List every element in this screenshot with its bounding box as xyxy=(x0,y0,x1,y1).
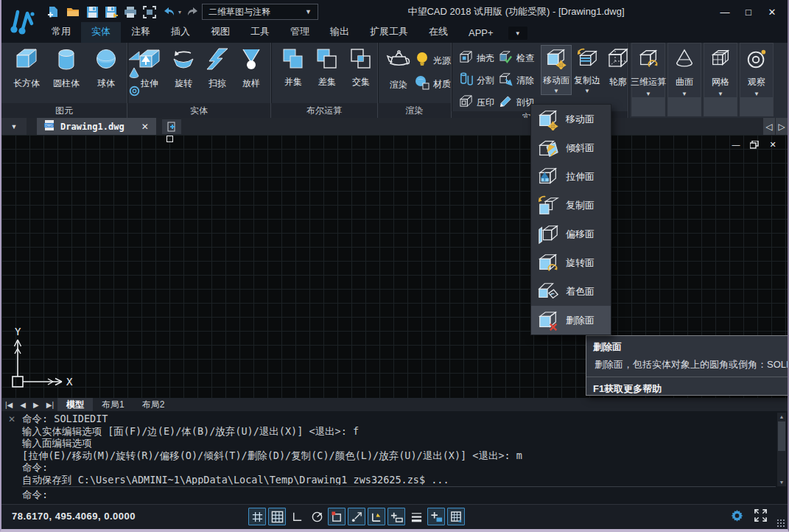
渲染-button[interactable]: 渲染 xyxy=(382,46,415,91)
menu-item-旋转面[interactable]: 旋转面 xyxy=(531,248,611,277)
polar-toggle[interactable] xyxy=(308,508,326,525)
maximize-button[interactable]: □ xyxy=(740,4,757,19)
menu-item-复制面[interactable]: 复制面 xyxy=(531,191,611,220)
redo-icon[interactable] xyxy=(185,4,201,20)
menu-item-偏移面[interactable]: 偏移面 xyxy=(531,220,611,248)
ribbon-tab-实体[interactable]: 实体 xyxy=(81,22,121,43)
menu-item-移动面[interactable]: 移动面 xyxy=(531,105,611,133)
scroll-down-icon[interactable]: ▼ xyxy=(777,478,786,486)
command-input[interactable]: 命令: xyxy=(22,486,776,503)
command-history[interactable]: 命令: SOLIDEDIT 输入实体编辑选项 [面(F)/边(E)/体(B)/放… xyxy=(22,413,776,485)
ribbon-tab-插入[interactable]: 插入 xyxy=(161,22,200,43)
plot-preview-icon[interactable] xyxy=(141,4,158,20)
new-tab-button[interactable] xyxy=(162,119,181,134)
workspace-select[interactable]: 二维草图与注释 ▼ xyxy=(202,4,318,20)
annotation-monitor-toggle[interactable] xyxy=(447,508,465,525)
esnap-toggle[interactable] xyxy=(328,508,346,525)
剖切-button[interactable]: 剖切 xyxy=(499,94,534,111)
复制边-button[interactable]: 复制边▼ xyxy=(572,46,602,94)
print-icon[interactable] xyxy=(122,4,138,20)
menu-item-倾斜面[interactable]: 倾斜面 xyxy=(531,133,611,162)
first-layout-button[interactable]: |◀ xyxy=(1,401,16,409)
ribbon-tab-注释[interactable]: 注释 xyxy=(121,22,161,43)
轮廓-button[interactable]: 轮廓 xyxy=(603,46,633,94)
grid-toggle[interactable] xyxy=(268,508,286,525)
长方体-button[interactable]: 长方体 xyxy=(7,46,46,90)
close-icon[interactable]: ✕ xyxy=(141,122,149,132)
球体-button[interactable]: 球体 xyxy=(87,46,125,90)
minimize-button[interactable]: — xyxy=(717,4,733,19)
zwcad-logo[interactable] xyxy=(1,0,41,43)
prev-layout-button[interactable]: ◀ xyxy=(16,401,29,409)
save-icon[interactable] xyxy=(84,4,100,20)
last-layout-button[interactable]: ▶| xyxy=(43,401,57,409)
chevron-down-icon[interactable]: ▾ xyxy=(178,9,181,15)
open-folder-icon[interactable] xyxy=(65,4,81,20)
ribbon-tab-管理[interactable]: 管理 xyxy=(280,22,320,43)
分割-button[interactable]: 分割 xyxy=(459,72,494,89)
otrack-toggle[interactable] xyxy=(348,508,365,525)
snap-toggle[interactable] xyxy=(248,508,266,525)
圆柱体-button[interactable]: 圆柱体 xyxy=(47,46,85,90)
doc-restore-button[interactable] xyxy=(748,139,760,150)
观察-panel-button[interactable]: 观察▼ xyxy=(740,43,774,116)
ribbon-display-toggle[interactable]: ▼ xyxy=(508,27,527,40)
扫掠-button[interactable]: 扫掠 xyxy=(201,46,234,90)
quick-properties-toggle[interactable] xyxy=(427,508,445,525)
chevron-down-icon[interactable]: ▼ xyxy=(553,88,559,94)
ribbon-tab-常用[interactable]: 常用 xyxy=(41,22,81,43)
tab-scroll-right-button[interactable]: ▷ xyxy=(775,118,788,135)
三维运算-panel-button[interactable]: 三维运算▼ xyxy=(631,43,665,116)
ribbon-tab-APP+[interactable]: APP+ xyxy=(458,24,504,43)
close-button[interactable]: ✕ xyxy=(764,4,780,19)
scroll-up-icon[interactable]: ▲ xyxy=(777,413,786,421)
layout-tab-布局2[interactable]: 布局2 xyxy=(133,398,174,412)
网格-panel-button[interactable]: 网格▼ xyxy=(704,43,737,116)
移动面-button[interactable]: 移动面▼ xyxy=(541,46,571,94)
document-tab[interactable]: DWG Drawing1.dwg ✕ xyxy=(37,118,156,135)
ribbon-tab-在线[interactable]: 在线 xyxy=(418,22,458,43)
layout-tab-模型[interactable]: 模型 xyxy=(57,398,93,412)
chevron-down-icon[interactable]: ▼ xyxy=(584,88,590,94)
差集-button[interactable]: 差集 xyxy=(311,46,343,88)
scroll-thumb[interactable] xyxy=(778,421,785,451)
dyn-input-toggle[interactable] xyxy=(388,508,405,525)
材质-button[interactable]: 材质 xyxy=(415,75,451,93)
ribbon-tab-扩展工具[interactable]: 扩展工具 xyxy=(360,22,418,43)
new-file-icon[interactable] xyxy=(46,4,62,20)
压印-button[interactable]: 压印 xyxy=(459,94,494,111)
menu-item-label: 移动面 xyxy=(566,113,595,126)
并集-button[interactable]: 并集 xyxy=(277,46,309,88)
fullscreen-icon[interactable] xyxy=(754,509,767,525)
交集-button[interactable]: 交集 xyxy=(345,46,377,88)
menu-item-删除面[interactable]: 删除面 xyxy=(531,306,611,335)
曲面-panel-button[interactable]: 曲面▼ xyxy=(667,43,701,116)
command-scrollbar[interactable]: ▲ ▼ xyxy=(777,413,786,486)
拉伸-button[interactable]: 拉伸 xyxy=(133,46,166,90)
save-as-icon[interactable] xyxy=(103,4,119,20)
menu-item-拉伸面[interactable]: 拉伸面 xyxy=(531,162,611,191)
ribbon-tab-输出[interactable]: 输出 xyxy=(320,22,360,43)
next-layout-button[interactable]: ▶ xyxy=(29,401,43,409)
lineweight-toggle[interactable] xyxy=(407,508,425,525)
抽壳-button[interactable]: 抽壳 xyxy=(459,50,494,67)
resize-grip[interactable] xyxy=(776,519,785,528)
layout-tab-布局1[interactable]: 布局1 xyxy=(93,398,133,412)
放样-button[interactable]: 放样 xyxy=(235,46,267,90)
ribbon-tab-视图[interactable]: 视图 xyxy=(200,22,240,43)
undo-icon[interactable] xyxy=(161,4,177,20)
close-icon[interactable]: ✕ xyxy=(8,414,15,424)
doc-close-button[interactable]: ✕ xyxy=(767,139,779,150)
menu-item-着色面[interactable]: 着色面 xyxy=(531,277,611,306)
旋转-button[interactable]: 旋转 xyxy=(167,46,200,90)
tab-scroll-left-button[interactable]: ◁ xyxy=(762,118,775,135)
ribbon-tab-工具[interactable]: 工具 xyxy=(240,22,280,43)
清除-button[interactable]: 清除 xyxy=(499,72,534,89)
光源-button[interactable]: 光源 xyxy=(415,52,451,69)
doc-tab-menu-button[interactable]: ▼ xyxy=(1,118,27,135)
ortho-toggle[interactable] xyxy=(288,508,306,525)
doc-minimize-button[interactable]: — xyxy=(730,139,742,150)
检查-button[interactable]: 检查 xyxy=(499,50,534,67)
settings-gear-icon[interactable] xyxy=(730,508,744,525)
dyn-ucs-toggle[interactable] xyxy=(368,508,385,525)
